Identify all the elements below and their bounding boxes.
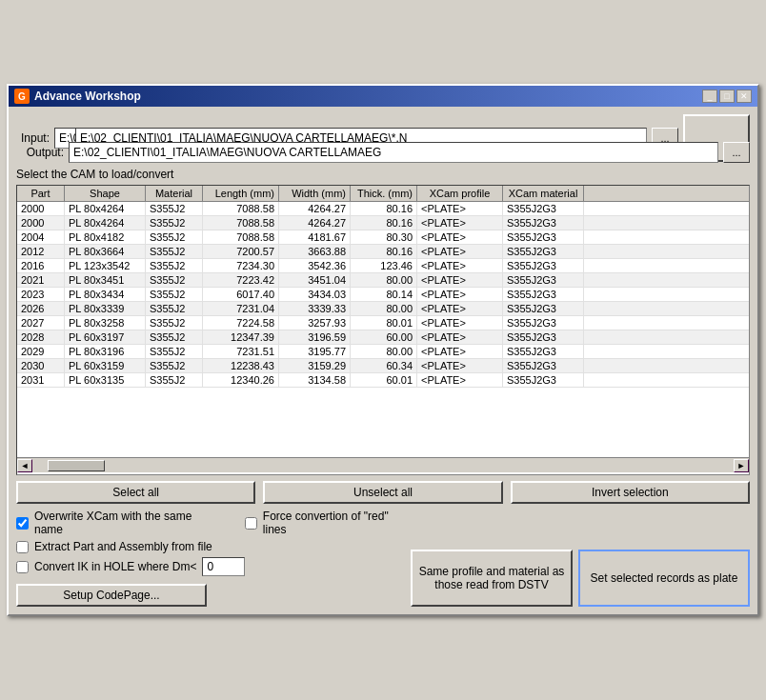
table-cell: S355J2	[146, 373, 203, 387]
table-row[interactable]: 2028PL 60x3197S355J212347.393196.5960.00…	[17, 330, 749, 345]
table-cell: S355J2	[146, 245, 203, 258]
table-cell: <PLATE>	[417, 373, 503, 387]
select-all-button[interactable]: Select all	[16, 481, 255, 504]
table-cell: S355J2	[146, 259, 203, 272]
table-cell: 2016	[17, 259, 65, 272]
table-cell: 123.46	[351, 259, 417, 272]
extract-part-label: Extract Part and Assembly from file	[34, 540, 212, 553]
table-cell: 2021	[17, 273, 65, 287]
force-convert-checkbox[interactable]	[245, 517, 257, 530]
table-cell: 2027	[17, 316, 65, 330]
table-cell: 7088.58	[203, 202, 279, 215]
table-cell: <PLATE>	[417, 302, 503, 315]
table-cell: S355J2	[146, 288, 203, 301]
table-row[interactable]: 2031PL 60x3135S355J212340.263134.5860.01…	[17, 373, 749, 388]
content-area: Input: ... Output: ... Select the CAM to…	[9, 107, 757, 614]
col-header-length: Length (mm)	[203, 186, 279, 201]
table-cell: S355J2G3	[503, 245, 584, 258]
main-window: G Advance Workshop _ □ ✕ Input: ... Outp…	[7, 84, 759, 616]
table-cell: 7234.30	[203, 259, 279, 272]
table-row[interactable]: 2029PL 80x3196S355J27231.513195.7780.00<…	[17, 345, 749, 359]
table-row[interactable]: 2023PL 80x3434S355J26017.403434.0380.14<…	[17, 288, 749, 302]
table-cell: 3134.58	[279, 373, 351, 387]
dm-input[interactable]	[202, 557, 245, 576]
table-cell: 3434.03	[279, 288, 351, 301]
table-cell: 7088.58	[203, 230, 279, 244]
table-cell: <PLATE>	[417, 359, 503, 372]
hscroll-thumb[interactable]	[48, 460, 105, 471]
table-cell: 12347.39	[203, 330, 279, 344]
table-cell: 3195.77	[279, 345, 351, 358]
same-profile-button[interactable]: Same profile and material as those read …	[411, 550, 573, 607]
table-row[interactable]: 2004PL 80x4182S355J27088.584181.6780.30<…	[17, 230, 749, 245]
table-cell: 6017.40	[203, 288, 279, 301]
table-cell: 2023	[17, 288, 65, 301]
checkbox-section: Overwrite XCam with the same name Force …	[16, 510, 401, 607]
table-cell: 4264.27	[279, 202, 351, 215]
title-bar: G Advance Workshop _ □ ✕	[9, 86, 757, 107]
horizontal-scrollbar[interactable]: ◄ ►	[17, 457, 749, 472]
table-row[interactable]: 2027PL 80x3258S355J27224.583257.9380.01<…	[17, 316, 749, 330]
table-cell: S355J2	[146, 302, 203, 315]
table-cell: 80.16	[351, 202, 417, 215]
table-row[interactable]: 2000PL 80x4264S355J27088.584264.2780.16<…	[17, 202, 749, 216]
invert-selection-button[interactable]: Invert selection	[511, 481, 750, 504]
table-cell: 2026	[17, 302, 65, 315]
table-cell: S355J2	[146, 345, 203, 358]
convert-ik-row: Convert IK in HOLE where Dm<	[16, 557, 401, 576]
table-cell: PL 80x3434	[65, 288, 146, 301]
table-cell: 80.00	[351, 345, 417, 358]
table-cell: 2000	[17, 216, 65, 230]
table-cell: 80.01	[351, 316, 417, 330]
col-header-width: Width (mm)	[279, 186, 351, 201]
table-row[interactable]: 2030PL 60x3159S355J212238.433159.2960.34…	[17, 359, 749, 373]
setup-codepage-button[interactable]: Setup CodePage...	[16, 584, 207, 607]
table-cell: 12340.26	[203, 373, 279, 387]
table-row[interactable]: 2000PL 80x4264S355J27088.584264.2780.16<…	[17, 216, 749, 230]
table-cell: 80.14	[351, 288, 417, 301]
extract-part-checkbox[interactable]	[16, 541, 29, 553]
table-cell: <PLATE>	[417, 216, 503, 230]
table-cell: 7088.58	[203, 216, 279, 230]
hscroll-right-btn[interactable]: ►	[734, 459, 749, 472]
close-button[interactable]: ✕	[736, 90, 752, 103]
set-selected-records-button[interactable]: Set selected records as plate	[578, 550, 750, 607]
checkboxes-row1: Overwrite XCam with the same name Force …	[16, 510, 401, 540]
table-row[interactable]: 2012PL 80x3664S355J27200.573663.8880.16<…	[17, 245, 749, 259]
table-cell: 7231.04	[203, 302, 279, 315]
table-cell: 7231.51	[203, 345, 279, 358]
table-cell: 3257.93	[279, 316, 351, 330]
table-cell: S355J2	[146, 316, 203, 330]
table-cell: S355J2	[146, 230, 203, 244]
table-cell: 3542.36	[279, 259, 351, 272]
col-header-part: Part	[17, 186, 65, 201]
table-cell: <PLATE>	[417, 330, 503, 344]
table-cell: S355J2G3	[503, 216, 584, 230]
output-browse-button[interactable]: ...	[723, 142, 750, 163]
table-cell: 2030	[17, 359, 65, 372]
table-row[interactable]: 2016PL 123x3542S355J27234.303542.36123.4…	[17, 259, 749, 273]
table-cell: 2028	[17, 330, 65, 344]
table-cell: S355J2G3	[503, 316, 584, 330]
overwrite-xcam-checkbox[interactable]	[16, 517, 29, 530]
col-header-xcam: XCam profile	[417, 186, 503, 201]
table-cell: 4181.67	[279, 230, 351, 244]
maximize-button[interactable]: □	[719, 90, 735, 103]
table-cell: S355J2	[146, 216, 203, 230]
table-cell: PL 80x4264	[65, 202, 146, 215]
hscroll-left-btn[interactable]: ◄	[17, 459, 32, 472]
table-cell: <PLATE>	[417, 202, 503, 215]
table-cell: 3451.04	[279, 273, 351, 287]
table-row[interactable]: 2026PL 80x3339S355J27231.043339.3380.00<…	[17, 302, 749, 316]
unselect-all-button[interactable]: Unselect all	[263, 481, 502, 504]
force-convert-label: Force convertion of "red" lines	[263, 510, 401, 536]
table-cell: 60.01	[351, 373, 417, 387]
table-row[interactable]: 2021PL 80x3451S355J27223.423451.0480.00<…	[17, 273, 749, 288]
table-cell: 3196.59	[279, 330, 351, 344]
table-cell: <PLATE>	[417, 230, 503, 244]
table-scroll[interactable]: 2000PL 80x4264S355J27088.584264.2780.16<…	[17, 202, 749, 457]
convert-ik-checkbox[interactable]	[16, 561, 29, 573]
table-cell: 2029	[17, 345, 65, 358]
minimize-button[interactable]: _	[702, 90, 717, 103]
output-field[interactable]	[69, 142, 718, 163]
